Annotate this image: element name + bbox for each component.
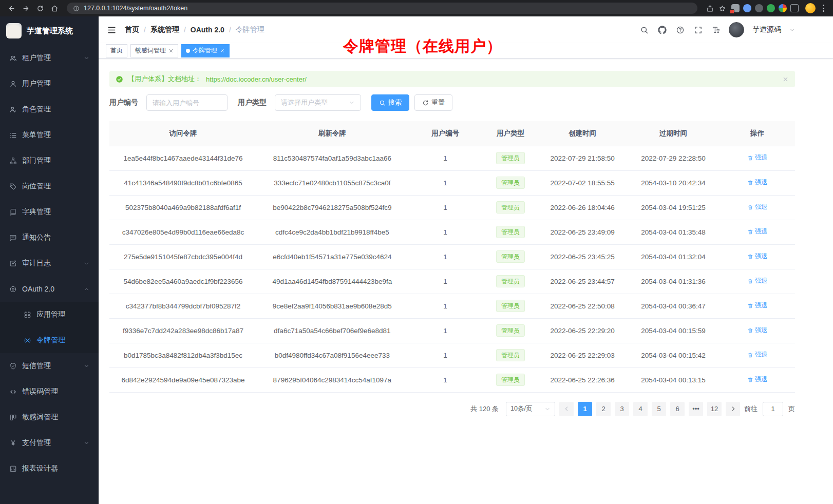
view-tab[interactable]: 敏感词管理 — [130, 44, 178, 57]
home-icon[interactable] — [48, 2, 61, 14]
force-logout-button[interactable]: 强退 — [747, 178, 768, 187]
force-logout-button[interactable]: 强退 — [747, 153, 768, 162]
user-type-select[interactable]: 请选择用户类型 — [275, 94, 361, 111]
expire-time-cell: 2022-07-29 22:28:50 — [627, 146, 720, 170]
chevron-icon — [84, 363, 89, 369]
user-id-input[interactable] — [146, 94, 228, 111]
force-logout-button[interactable]: 强退 — [747, 227, 768, 236]
extension-blue-icon[interactable] — [743, 4, 751, 12]
breadcrumb-item[interactable]: OAuth 2.0 — [191, 26, 224, 34]
page-number-button[interactable]: 12 — [707, 402, 722, 416]
sidebar-menu-item[interactable]: 短信管理 — [0, 353, 99, 379]
sidebar-menu-item[interactable]: 支付管理 — [0, 430, 99, 456]
sidebar-menu-item[interactable]: 岗位管理 — [0, 173, 99, 199]
page-number-button[interactable]: 3 — [615, 402, 629, 416]
sidebar-item-label: 角色管理 — [22, 105, 51, 114]
page-number-button[interactable]: 6 — [670, 402, 685, 416]
prev-page-button[interactable] — [559, 402, 574, 416]
search-button[interactable]: 搜索 — [371, 94, 409, 111]
table-row: 41c41346a548490f9dc8b01c6bfe0865 333ecfc… — [109, 170, 795, 195]
reload-icon[interactable] — [34, 2, 46, 14]
back-icon[interactable] — [5, 2, 17, 14]
browser-menu-icon[interactable] — [819, 5, 828, 12]
fontsize-icon[interactable] — [712, 26, 721, 34]
sidebar-item-label: 字典管理 — [22, 207, 51, 217]
sidebar-menu-item[interactable]: 租户管理 — [0, 45, 99, 71]
doc-alert: 【用户体系】文档地址： https://doc.iocoder.cn/user-… — [109, 71, 795, 87]
breadcrumb-item[interactable]: 系统管理 — [150, 25, 179, 34]
search-icon[interactable] — [640, 26, 649, 34]
force-logout-button[interactable]: 强退 — [747, 326, 768, 335]
close-icon[interactable] — [782, 76, 789, 83]
close-icon[interactable] — [220, 48, 225, 53]
sidebar-menu-item[interactable]: 令牌管理 — [0, 327, 99, 353]
fullscreen-icon[interactable] — [694, 26, 703, 34]
dict-icon — [9, 208, 17, 216]
forward-icon[interactable] — [20, 2, 32, 14]
extension-green-icon[interactable] — [767, 4, 775, 12]
extension-panel-icon[interactable] — [790, 4, 799, 12]
force-logout-button[interactable]: 强退 — [747, 375, 768, 384]
page-size-select[interactable]: 10条/页 — [506, 402, 555, 416]
question-icon[interactable] — [676, 26, 685, 34]
force-logout-button[interactable]: 强退 — [747, 301, 768, 310]
page-number-button[interactable]: 1 — [578, 402, 592, 416]
address-bar[interactable]: 127.0.0.1:1024/system/oauth2/token — [67, 3, 697, 14]
browser-profile-avatar[interactable] — [805, 3, 816, 13]
page-number-button[interactable]: 4 — [633, 402, 648, 416]
sidebar-item-label: 租户管理 — [22, 53, 51, 63]
breadcrumb-item[interactable]: 首页 — [125, 25, 139, 34]
refresh-token-cell: 333ecfc71e02480cb11055c875c3ca0f — [257, 170, 408, 195]
sidebar-item-label: 敏感词管理 — [22, 413, 58, 422]
sidebar-menu-item[interactable]: 用户管理 — [0, 71, 99, 96]
goto-page-input[interactable] — [763, 402, 783, 416]
force-logout-button[interactable]: 强退 — [747, 277, 768, 285]
sidebar-menu-item[interactable]: 敏感词管理 — [0, 404, 99, 430]
alert-text: 【用户体系】文档地址： — [128, 74, 201, 84]
sidebar-menu-item[interactable]: 报表设计器 — [0, 456, 99, 481]
extension-dark-icon[interactable] — [755, 4, 763, 12]
github-icon[interactable] — [658, 26, 667, 34]
column-header: 用户编号 — [408, 121, 483, 146]
force-logout-button[interactable]: 强退 — [747, 351, 768, 359]
page-number-button[interactable]: 5 — [652, 402, 666, 416]
user-avatar[interactable] — [729, 22, 744, 37]
chevron-down-icon — [789, 27, 795, 33]
sidebar-menu-item[interactable]: OAuth 2.0 — [0, 276, 99, 302]
view-tab[interactable]: 首页 — [106, 44, 127, 57]
user-id-cell: 1 — [408, 170, 483, 195]
view-tab[interactable]: 令牌管理 — [181, 44, 230, 57]
page-number-button[interactable]: 2 — [596, 402, 611, 416]
site-info-icon[interactable] — [73, 5, 80, 12]
sidebar-menu-item[interactable]: 菜单管理 — [0, 122, 99, 148]
reset-button[interactable]: 重置 — [414, 94, 452, 111]
force-logout-label: 强退 — [755, 203, 768, 211]
sidebar-menu-item[interactable]: 错误码管理 — [0, 379, 99, 404]
sidebar-menu-item[interactable]: 部门管理 — [0, 148, 99, 173]
sidebar-menu-item[interactable]: 审计日志 — [0, 250, 99, 276]
sidebar-menu-item[interactable]: 通知公告 — [0, 225, 99, 250]
force-logout-button[interactable]: 强退 — [747, 252, 768, 261]
page-number-button[interactable]: ••• — [689, 402, 703, 416]
table-row: f9336e7c7dd242a283ee98dc86b17a87 dfa6c71… — [109, 318, 795, 343]
share-icon[interactable] — [704, 2, 716, 14]
sidebar-collapse-icon[interactable] — [107, 25, 117, 35]
username[interactable]: 芋道源码 — [752, 25, 781, 34]
screen: 127.0.0.1:1024/system/oauth2/token — [0, 0, 833, 504]
force-logout-button[interactable]: 强退 — [747, 203, 768, 211]
extension-multicolor-icon[interactable] — [779, 4, 787, 12]
doc-link[interactable]: https://doc.iocoder.cn/user-center/ — [206, 75, 307, 83]
bookmark-star-icon[interactable] — [716, 2, 728, 14]
table-row: 502375b8040a469a9b82188afdf6af1f be90422… — [109, 195, 795, 220]
refresh-token-cell: e6cfd40eb1f54571a31e775e039c4624 — [257, 244, 408, 269]
sidebar-menu-item[interactable]: 字典管理 — [0, 199, 99, 225]
close-icon[interactable] — [168, 48, 174, 53]
next-page-button[interactable] — [726, 402, 740, 416]
extension-puzzle-icon[interactable] — [731, 4, 740, 12]
expire-time-cell: 2054-03-04 01:35:48 — [627, 220, 720, 244]
user-icon — [9, 80, 17, 88]
sidebar-menu-item[interactable]: 应用管理 — [0, 302, 99, 327]
access-token-cell: 502375b8040a469a9b82188afdf6af1f — [109, 195, 257, 220]
trash-icon — [747, 254, 753, 260]
sidebar-menu-item[interactable]: 角色管理 — [0, 96, 99, 122]
